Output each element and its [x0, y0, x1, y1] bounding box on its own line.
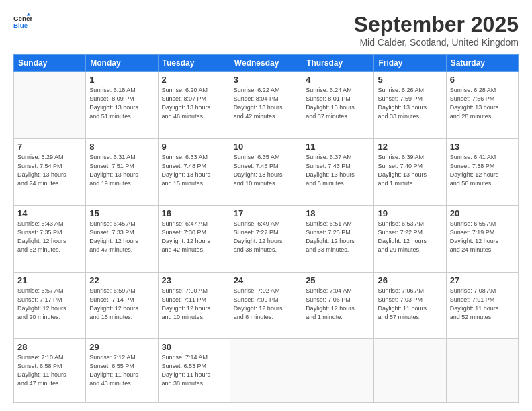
day-number: 14	[17, 208, 82, 218]
calendar-cell: 29Sunrise: 7:12 AM Sunset: 6:55 PM Dayli…	[86, 339, 158, 403]
day-number: 8	[89, 142, 154, 152]
svg-text:Blue: Blue	[13, 21, 28, 29]
day-info: Sunrise: 6:49 AM Sunset: 7:27 PM Dayligh…	[234, 220, 298, 255]
logo: General Blue	[13, 12, 32, 31]
day-info: Sunrise: 6:20 AM Sunset: 8:07 PM Dayligh…	[162, 86, 226, 121]
week-row-3: 21Sunrise: 6:57 AM Sunset: 7:17 PM Dayli…	[14, 272, 519, 339]
calendar-cell: 7Sunrise: 6:29 AM Sunset: 7:54 PM Daylig…	[14, 138, 86, 205]
day-info: Sunrise: 6:26 AM Sunset: 7:59 PM Dayligh…	[378, 86, 442, 121]
calendar-cell: 30Sunrise: 7:14 AM Sunset: 6:53 PM Dayli…	[158, 339, 230, 403]
day-number: 29	[89, 342, 154, 352]
calendar-cell: 5Sunrise: 6:26 AM Sunset: 7:59 PM Daylig…	[374, 72, 446, 139]
day-number: 15	[89, 208, 154, 218]
day-number: 2	[162, 75, 226, 85]
calendar-cell: 4Sunrise: 6:24 AM Sunset: 8:01 PM Daylig…	[302, 72, 374, 139]
week-row-4: 28Sunrise: 7:10 AM Sunset: 6:58 PM Dayli…	[14, 339, 519, 403]
day-number: 5	[378, 75, 442, 85]
day-info: Sunrise: 6:57 AM Sunset: 7:17 PM Dayligh…	[17, 287, 82, 322]
calendar-cell: 15Sunrise: 6:45 AM Sunset: 7:33 PM Dayli…	[86, 205, 158, 273]
day-number: 23	[162, 275, 226, 285]
day-info: Sunrise: 6:47 AM Sunset: 7:30 PM Dayligh…	[162, 220, 226, 255]
day-number: 27	[450, 275, 515, 285]
day-info: Sunrise: 6:53 AM Sunset: 7:22 PM Dayligh…	[378, 220, 442, 255]
day-info: Sunrise: 6:18 AM Sunset: 8:09 PM Dayligh…	[89, 86, 154, 121]
calendar-cell: 10Sunrise: 6:35 AM Sunset: 7:46 PM Dayli…	[230, 138, 302, 205]
day-info: Sunrise: 6:59 AM Sunset: 7:14 PM Dayligh…	[89, 287, 154, 322]
day-info: Sunrise: 6:45 AM Sunset: 7:33 PM Dayligh…	[89, 220, 154, 255]
day-number: 7	[17, 142, 82, 152]
calendar-cell: 13Sunrise: 6:41 AM Sunset: 7:38 PM Dayli…	[446, 138, 518, 205]
calendar-cell	[446, 339, 518, 403]
day-info: Sunrise: 6:41 AM Sunset: 7:38 PM Dayligh…	[450, 153, 515, 188]
day-info: Sunrise: 6:29 AM Sunset: 7:54 PM Dayligh…	[17, 153, 82, 188]
day-info: Sunrise: 6:43 AM Sunset: 7:35 PM Dayligh…	[17, 220, 82, 255]
day-info: Sunrise: 7:06 AM Sunset: 7:03 PM Dayligh…	[378, 287, 442, 322]
day-info: Sunrise: 6:31 AM Sunset: 7:51 PM Dayligh…	[89, 153, 154, 188]
calendar-cell: 23Sunrise: 7:00 AM Sunset: 7:11 PM Dayli…	[158, 272, 230, 339]
calendar-cell: 24Sunrise: 7:02 AM Sunset: 7:09 PM Dayli…	[230, 272, 302, 339]
calendar-cell: 25Sunrise: 7:04 AM Sunset: 7:06 PM Dayli…	[302, 272, 374, 339]
calendar-cell: 20Sunrise: 6:55 AM Sunset: 7:19 PM Dayli…	[446, 205, 518, 273]
day-info: Sunrise: 6:33 AM Sunset: 7:48 PM Dayligh…	[162, 153, 226, 188]
calendar-cell: 9Sunrise: 6:33 AM Sunset: 7:48 PM Daylig…	[158, 138, 230, 205]
weekday-header-sunday: Sunday	[14, 55, 86, 72]
day-number: 9	[162, 142, 226, 152]
calendar-cell: 21Sunrise: 6:57 AM Sunset: 7:17 PM Dayli…	[14, 272, 86, 339]
week-row-1: 7Sunrise: 6:29 AM Sunset: 7:54 PM Daylig…	[14, 138, 519, 205]
day-number: 22	[89, 275, 154, 285]
day-info: Sunrise: 7:00 AM Sunset: 7:11 PM Dayligh…	[162, 287, 226, 322]
calendar-cell: 3Sunrise: 6:22 AM Sunset: 8:04 PM Daylig…	[230, 72, 302, 139]
week-row-0: 1Sunrise: 6:18 AM Sunset: 8:09 PM Daylig…	[14, 72, 519, 139]
day-number: 6	[450, 75, 515, 85]
calendar-cell: 11Sunrise: 6:37 AM Sunset: 7:43 PM Dayli…	[302, 138, 374, 205]
day-info: Sunrise: 7:10 AM Sunset: 6:58 PM Dayligh…	[17, 353, 82, 388]
weekday-header-row: SundayMondayTuesdayWednesdayThursdayFrid…	[14, 55, 519, 72]
day-number: 17	[234, 208, 298, 218]
week-row-2: 14Sunrise: 6:43 AM Sunset: 7:35 PM Dayli…	[14, 205, 519, 273]
day-info: Sunrise: 7:08 AM Sunset: 7:01 PM Dayligh…	[450, 287, 515, 322]
calendar-cell: 27Sunrise: 7:08 AM Sunset: 7:01 PM Dayli…	[446, 272, 518, 339]
day-info: Sunrise: 7:04 AM Sunset: 7:06 PM Dayligh…	[306, 287, 370, 322]
day-info: Sunrise: 6:22 AM Sunset: 8:04 PM Dayligh…	[234, 86, 298, 121]
title-block: September 2025 Mid Calder, Scotland, Uni…	[354, 12, 519, 48]
day-number: 16	[162, 208, 226, 218]
day-number: 25	[306, 275, 370, 285]
weekday-header-thursday: Thursday	[302, 55, 374, 72]
calendar-cell	[14, 72, 86, 139]
day-info: Sunrise: 6:24 AM Sunset: 8:01 PM Dayligh…	[306, 86, 370, 121]
day-number: 28	[17, 342, 82, 352]
day-number: 11	[306, 142, 370, 152]
calendar-cell: 6Sunrise: 6:28 AM Sunset: 7:56 PM Daylig…	[446, 72, 518, 139]
logo-icon: General Blue	[13, 12, 32, 31]
calendar-cell: 12Sunrise: 6:39 AM Sunset: 7:40 PM Dayli…	[374, 138, 446, 205]
calendar-cell: 19Sunrise: 6:53 AM Sunset: 7:22 PM Dayli…	[374, 205, 446, 273]
day-number: 26	[378, 275, 442, 285]
calendar-cell: 2Sunrise: 6:20 AM Sunset: 8:07 PM Daylig…	[158, 72, 230, 139]
calendar-cell: 22Sunrise: 6:59 AM Sunset: 7:14 PM Dayli…	[86, 272, 158, 339]
weekday-header-saturday: Saturday	[446, 55, 518, 72]
day-number: 12	[378, 142, 442, 152]
month-title: September 2025	[354, 12, 519, 37]
day-info: Sunrise: 6:51 AM Sunset: 7:25 PM Dayligh…	[306, 220, 370, 255]
day-number: 30	[162, 342, 226, 352]
calendar-cell: 28Sunrise: 7:10 AM Sunset: 6:58 PM Dayli…	[14, 339, 86, 403]
day-number: 10	[234, 142, 298, 152]
weekday-header-wednesday: Wednesday	[230, 55, 302, 72]
calendar-cell	[302, 339, 374, 403]
day-number: 13	[450, 142, 515, 152]
calendar-cell	[374, 339, 446, 403]
header: General Blue September 2025 Mid Calder, …	[13, 12, 519, 48]
weekday-header-tuesday: Tuesday	[158, 55, 230, 72]
calendar-cell: 18Sunrise: 6:51 AM Sunset: 7:25 PM Dayli…	[302, 205, 374, 273]
calendar-cell: 8Sunrise: 6:31 AM Sunset: 7:51 PM Daylig…	[86, 138, 158, 205]
day-number: 3	[234, 75, 298, 85]
page: General Blue September 2025 Mid Calder, …	[0, 0, 532, 411]
day-info: Sunrise: 6:28 AM Sunset: 7:56 PM Dayligh…	[450, 86, 515, 121]
calendar-cell: 14Sunrise: 6:43 AM Sunset: 7:35 PM Dayli…	[14, 205, 86, 273]
day-number: 21	[17, 275, 82, 285]
day-info: Sunrise: 7:02 AM Sunset: 7:09 PM Dayligh…	[234, 287, 298, 322]
weekday-header-friday: Friday	[374, 55, 446, 72]
day-number: 19	[378, 208, 442, 218]
calendar-cell: 17Sunrise: 6:49 AM Sunset: 7:27 PM Dayli…	[230, 205, 302, 273]
day-info: Sunrise: 6:37 AM Sunset: 7:43 PM Dayligh…	[306, 153, 370, 188]
